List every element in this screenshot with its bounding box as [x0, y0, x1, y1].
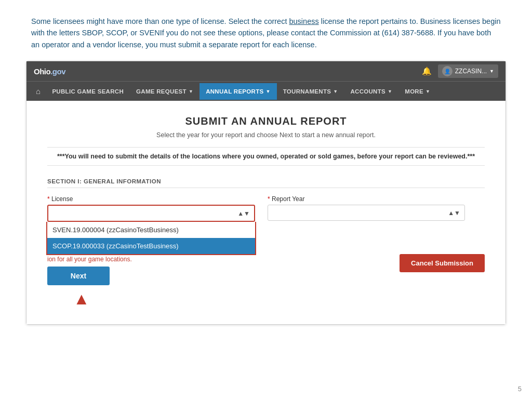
avatar: 👤 — [442, 66, 453, 76]
red-up-arrow-icon: ▲ — [73, 289, 90, 309]
info-text: ion for all your game locations. — [47, 256, 132, 263]
year-label: * Report Year — [268, 195, 465, 203]
topbar-right: 🔔 👤 ZZCASIN... ▼ — [422, 64, 498, 78]
form-row: * License ▲▼ SVEN.19.000004 (zzCasinoTes… — [47, 195, 485, 222]
nav-item-accounts[interactable]: ACCOUNTS ▼ — [344, 83, 398, 100]
warning-text: ***You will need to submit the details o… — [47, 147, 485, 166]
cancel-submission-button[interactable]: Cancel Submission — [400, 254, 485, 272]
nav-item-game-request[interactable]: GAME REQUEST ▼ — [130, 83, 200, 100]
nav-item-annual-reports[interactable]: ANNUAL REPORTS ▼ — [200, 83, 277, 100]
chevron-down-icon: ▼ — [189, 89, 193, 94]
main-content: SUBMIT AN ANNUAL REPORT Select the year … — [26, 101, 506, 324]
license-form-group: * License ▲▼ SVEN.19.000004 (zzCasinoTes… — [47, 195, 255, 222]
instruction-paragraph: Some licensees might have more than one … — [0, 0, 532, 61]
user-chevron-icon: ▼ — [489, 69, 494, 74]
year-form-group: * Report Year ▲▼ — [268, 195, 465, 221]
nav-item-public-game-search[interactable]: PUBLIC GAME SEARCH — [46, 83, 130, 100]
chevron-down-icon: ▼ — [425, 89, 430, 94]
license-select-wrapper[interactable]: ▲▼ — [47, 205, 255, 222]
dropdown-option-scop[interactable]: SCOP.19.000033 (zzCasinoTestBusiness) — [47, 238, 255, 254]
nav-home-button[interactable]: ⌂ — [31, 82, 46, 101]
page-title: SUBMIT AN ANNUAL REPORT — [47, 115, 485, 127]
chevron-down-icon: ▼ — [388, 89, 392, 94]
next-button[interactable]: Next — [47, 267, 110, 285]
chevron-down-icon: ▼ — [265, 89, 270, 94]
chevron-down-icon: ▼ — [333, 89, 338, 94]
page-number: 5 — [518, 385, 522, 393]
page-subtitle: Select the year for your report and choo… — [47, 131, 485, 139]
user-label: ZZCASIN... — [455, 68, 487, 75]
license-dropdown-list[interactable]: SVEN.19.000004 (zzCasinoTestBusiness) SC… — [46, 222, 256, 255]
year-select-wrapper[interactable]: ▲▼ — [268, 205, 465, 221]
notification-bell-icon[interactable]: 🔔 — [422, 66, 432, 76]
user-menu[interactable]: 👤 ZZCASIN... ▼ — [438, 64, 498, 78]
license-label: * License — [47, 195, 255, 203]
nav-item-more[interactable]: MORE ▼ — [398, 83, 436, 100]
nav-bar: ⌂ PUBLIC GAME SEARCH GAME REQUEST ▼ ANNU… — [26, 81, 506, 101]
dropdown-option-sven[interactable]: SVEN.19.000004 (zzCasinoTestBusiness) — [47, 222, 255, 238]
nav-item-tournaments[interactable]: TOURNAMENTS ▼ — [277, 83, 344, 100]
browser-window: Ohio.gov 🔔 👤 ZZCASIN... ▼ ⌂ PUBLIC GAME … — [26, 61, 506, 325]
section-header: SECTION I: GENERAL INFORMATION — [47, 178, 485, 188]
browser-topbar: Ohio.gov 🔔 👤 ZZCASIN... ▼ — [26, 61, 506, 81]
year-select[interactable] — [268, 205, 464, 220]
license-select[interactable] — [48, 206, 254, 221]
ohio-gov-logo: Ohio.gov — [34, 67, 65, 76]
